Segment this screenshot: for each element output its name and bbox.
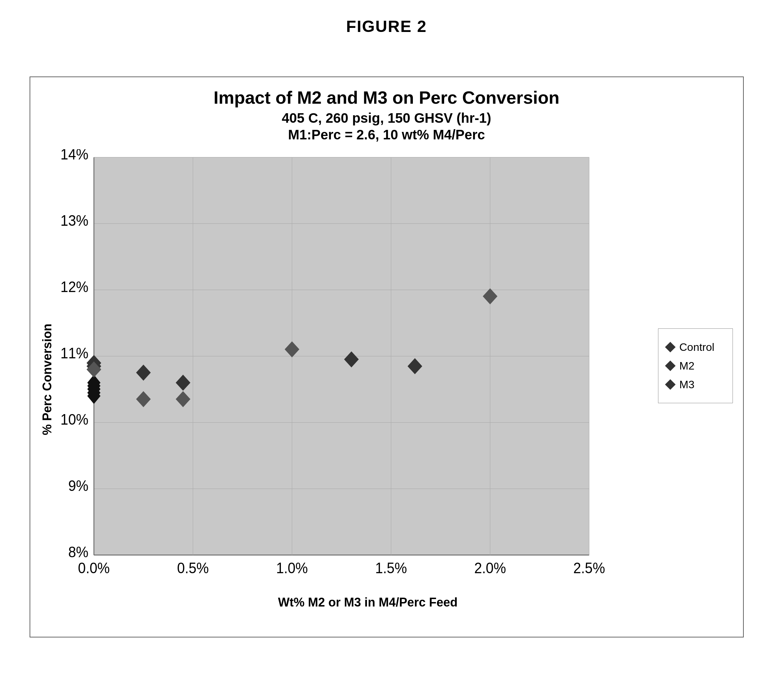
chart-title-sub2: M1:Perc = 2.6, 10 wt% M4/Perc (288, 127, 485, 143)
svg-text:13%: 13% (61, 212, 89, 229)
legend-item-m3: M3 (666, 378, 724, 391)
svg-text:1.5%: 1.5% (375, 559, 407, 576)
svg-text:0.0%: 0.0% (78, 559, 110, 576)
chart-title-main: Impact of M2 and M3 on Perc Conversion (214, 87, 559, 108)
x-axis-label: Wt% M2 or M3 in M4/Perc Feed (61, 595, 648, 610)
legend-label-m2: M2 (679, 360, 694, 372)
legend-item-m2: M2 (666, 360, 724, 372)
svg-text:2.5%: 2.5% (573, 559, 605, 576)
legend-label-control: Control (679, 341, 714, 353)
legend: Control M2 M3 (658, 329, 733, 403)
page-title: FIGURE 2 (346, 17, 427, 36)
y-axis-label: % Perc Conversion (37, 149, 58, 610)
legend-item-control: Control (666, 341, 724, 353)
svg-text:10%: 10% (61, 411, 89, 428)
svg-text:12%: 12% (61, 278, 89, 295)
svg-text:11%: 11% (61, 344, 89, 362)
legend-diamond-m2 (665, 360, 675, 371)
legend-label-m3: M3 (679, 378, 694, 391)
legend-diamond-m3 (665, 379, 675, 389)
legend-diamond-control (665, 342, 675, 352)
svg-text:8%: 8% (68, 543, 88, 560)
chart-container: Impact of M2 and M3 on Perc Conversion 4… (30, 77, 744, 638)
svg-text:0.5%: 0.5% (177, 559, 209, 576)
chart-title-sub1: 405 C, 260 psig, 150 GHSV (hr-1) (282, 110, 492, 126)
svg-text:1.0%: 1.0% (276, 559, 308, 576)
svg-text:14%: 14% (61, 149, 89, 163)
svg-text:2.0%: 2.0% (474, 559, 506, 576)
svg-text:9%: 9% (68, 477, 88, 494)
